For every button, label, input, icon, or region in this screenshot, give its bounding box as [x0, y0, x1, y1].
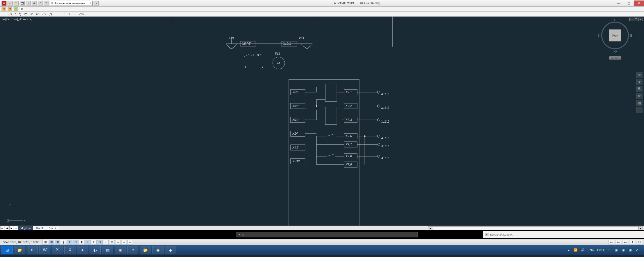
status-infer-icon[interactable]: ▦	[43, 240, 48, 245]
tray-net-icon[interactable]: 📶	[574, 248, 578, 252]
viewcube-ring[interactable]: С Ю В З Верх	[601, 22, 629, 49]
qat-new-icon[interactable]: ▭	[8, 1, 13, 6]
status-maximize-icon[interactable]: ▢	[637, 240, 642, 245]
status-3dosnap-icon[interactable]: ◧	[79, 240, 85, 245]
qat-undo-icon[interactable]: ↶	[38, 1, 43, 6]
tray-app2-icon[interactable]: ▣	[621, 248, 625, 252]
status-lwt-icon[interactable]: ≡	[103, 240, 109, 245]
tray-acad-icon[interactable]: A	[635, 248, 639, 252]
start-button[interactable]: ⊞	[2, 246, 13, 254]
tab-next-button[interactable]: ▶	[9, 226, 13, 230]
task-folder2-icon[interactable]: 📁	[140, 246, 151, 254]
workspace-selector[interactable]: ⚙ Рисование и аннотации ▾	[50, 1, 93, 6]
qat-redo-icon[interactable]: ↷	[44, 1, 49, 6]
status-annoscale-icon[interactable]: A	[630, 240, 635, 245]
qat-save-icon[interactable]: 💾	[20, 1, 25, 6]
tray-lang[interactable]: ENG	[588, 248, 594, 252]
command-panel[interactable]: ▸ Введите команду	[483, 231, 644, 238]
tray-time[interactable]: 11:11	[597, 248, 604, 252]
viewcube[interactable]: С Ю В З Верх МСК ▾	[596, 22, 634, 67]
tb2-btn-4[interactable]: ▥	[20, 7, 24, 11]
app-menu-icon[interactable]: A	[2, 1, 7, 6]
tray-up-icon[interactable]: ▴	[567, 248, 571, 252]
status-ducs-icon[interactable]: L	[91, 240, 97, 245]
hscroll-left[interactable]: ◀	[428, 226, 432, 230]
tab-model[interactable]: Модель	[18, 226, 33, 230]
tab-first-button[interactable]: ⏮	[0, 226, 4, 230]
tb3-11[interactable]: ↓	[68, 12, 71, 16]
task-ie2-icon[interactable]: e	[127, 246, 138, 254]
nav-zoom-icon[interactable]: 🔍	[636, 86, 642, 92]
tb3-4[interactable]: 2*	[23, 12, 28, 16]
tb3-9[interactable]: →	[57, 12, 62, 16]
close-button[interactable]: ✕	[634, 1, 644, 6]
tb2-btn-2[interactable]: ◔	[8, 7, 12, 11]
status-grid-icon[interactable]: ▦	[55, 240, 60, 245]
tb3-0[interactable]: …	[2, 12, 7, 16]
tb3-13[interactable]: A⇆	[78, 12, 85, 16]
hscroll-right[interactable]: ▶	[638, 226, 642, 230]
tab-layout2[interactable]: Лист2	[46, 226, 59, 230]
nav-showmotion-icon[interactable]: ▦	[636, 100, 642, 106]
status-polar-icon[interactable]: ✶	[67, 240, 72, 245]
qat-more-icon[interactable]: ▾	[94, 1, 99, 6]
status-am-icon[interactable]: ▭	[127, 240, 133, 245]
nav-pan-icon[interactable]: ✥	[636, 79, 642, 85]
nav-wheel-icon[interactable]: ⊕	[636, 72, 642, 78]
tab-last-button[interactable]: ⏭	[14, 226, 18, 230]
tb3-6[interactable]: 4*	[35, 12, 40, 16]
status-osnap-icon[interactable]: ◻	[73, 240, 78, 245]
hscroll-track[interactable]	[432, 226, 638, 230]
status-dyn-icon[interactable]: ⊕	[97, 240, 103, 245]
tb3-5[interactable]: 3*	[29, 12, 34, 16]
schematic-canvas[interactable]: X5:PE X10:1 X19 X14 ⎔ B11 1 2 M E11 X6:1…	[0, 17, 644, 226]
viewcube-cs[interactable]: МСК ▾	[609, 56, 621, 60]
drawing-viewport[interactable]: [–][Верхняя][2D каркас] — ❐ ✕ X5:PE X10:…	[0, 17, 644, 226]
viewcube-south[interactable]: Ю	[613, 49, 617, 53]
viewcube-east[interactable]: В	[630, 34, 632, 37]
nav-more-icon[interactable]: ⋯	[636, 107, 642, 113]
tb3-1[interactable]: (*)	[8, 12, 13, 16]
status-tpy-icon[interactable]: ▤	[109, 240, 115, 245]
tb3-10[interactable]: ↑	[63, 12, 67, 16]
qat-saveas-icon[interactable]: ⤓	[26, 1, 31, 6]
status-otrack-icon[interactable]: ∠	[85, 240, 91, 245]
task-chrome-icon[interactable]: ◐	[90, 246, 101, 254]
status-snap-icon[interactable]: ▦	[49, 240, 54, 245]
task-app-icon[interactable]: ▣	[115, 246, 126, 254]
status-coords[interactable]: 3846.8276, 168.3025, 0.0000	[0, 239, 43, 245]
command-history-icon[interactable]: ▸	[485, 233, 489, 236]
maximize-button[interactable]: ▢	[624, 1, 634, 6]
status-sc-icon[interactable]: ▭	[121, 240, 127, 245]
tb3-8[interactable]: (*)	[48, 12, 53, 16]
close-icon[interactable]: ✕	[238, 233, 241, 236]
tb3-7[interactable]: 2*)	[41, 12, 47, 16]
nav-orbit-icon[interactable]: ⟳	[636, 93, 642, 99]
tb3-12[interactable]: ←	[72, 12, 77, 16]
viewcube-face[interactable]: Верх	[609, 30, 621, 41]
qat-plot-icon[interactable]: 🖨	[32, 1, 37, 6]
status-qv-icon[interactable]: ▭	[623, 240, 628, 245]
viewcube-west[interactable]: З	[598, 34, 600, 37]
tray-vol-icon[interactable]: 🔊	[581, 248, 585, 252]
task-app3-icon[interactable]: ◆	[165, 246, 176, 254]
command-field-compact[interactable]: ✕ ⌕	[236, 232, 418, 237]
tb2-btn-3[interactable]: ✧	[14, 7, 18, 11]
tb3-2[interactable]: *	[14, 12, 17, 16]
qat-open-icon[interactable]: 📂	[14, 1, 19, 6]
tb2-btn-1[interactable]: ◔	[2, 7, 6, 11]
tab-prev-button[interactable]: ◀	[5, 226, 9, 230]
minimize-button[interactable]: —	[614, 1, 624, 6]
tb3-3[interactable]: *)	[18, 12, 22, 16]
task-word-icon[interactable]: W	[39, 246, 50, 254]
task-explorer-icon[interactable]: 📁	[14, 246, 25, 254]
tray-app1-icon[interactable]: ▣	[614, 248, 618, 252]
task-app2-icon[interactable]: ◆	[152, 246, 164, 254]
status-ortho-icon[interactable]: ┼	[61, 240, 66, 245]
task-excel-icon[interactable]: X	[52, 246, 63, 254]
task-excel2-icon[interactable]: X	[64, 246, 75, 254]
status-layout-icon[interactable]: ▭	[616, 240, 621, 245]
status-model-icon[interactable]: ▭	[609, 240, 614, 245]
tray-app3-icon[interactable]: ▣	[628, 248, 632, 252]
tray-action-icon[interactable]: ⊞	[607, 248, 611, 252]
